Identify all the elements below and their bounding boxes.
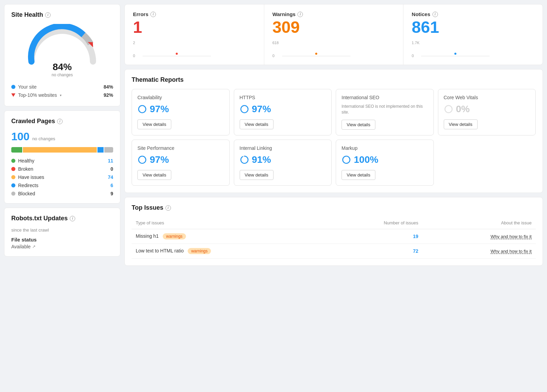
blocked-label: Blocked: [18, 191, 35, 196]
site-health-info-icon[interactable]: i: [45, 12, 51, 18]
notices-sparkline-svg: [421, 41, 490, 58]
blocked-row: Blocked 9: [11, 191, 113, 196]
errors-value: 1: [133, 18, 256, 37]
your-site-value: 84%: [104, 84, 113, 90]
notices-cell: Notices i 861 1.7K 0: [403, 4, 543, 65]
notices-min: 0: [412, 54, 419, 58]
blocked-segment: [104, 147, 113, 153]
warnings-info-icon[interactable]: i: [297, 12, 303, 17]
top-issues-info-icon[interactable]: i: [165, 205, 171, 211]
thematic-reports-card: Thematic Reports Crawlability 97% View d…: [124, 69, 543, 193]
your-site-legend: Your site 84%: [11, 83, 113, 91]
report-score-3: 0%: [444, 104, 530, 115]
report-score-0: 97%: [137, 104, 224, 115]
issue-link-0: Why and how to fix it: [423, 229, 536, 244]
crawled-label: no changes: [32, 136, 55, 141]
svg-point-10: [241, 105, 248, 113]
crawled-pages-title: Crawled Pages: [11, 118, 55, 125]
view-details-btn-0[interactable]: View details: [137, 119, 171, 129]
healthy-value: 11: [108, 158, 113, 164]
report-card-4: Site Performance 97% View details: [132, 140, 230, 186]
issues-segment: [23, 147, 97, 153]
svg-point-8: [139, 105, 146, 113]
issue-badge-0: warnings: [163, 233, 186, 239]
notices-value: 861: [412, 18, 534, 37]
file-status-value: Available ↗: [11, 244, 113, 249]
warnings-sparkline-svg: [282, 41, 350, 58]
report-desc-2: International SEO is not implemented on …: [342, 104, 428, 115]
your-site-label: Your site: [18, 84, 37, 90]
redirects-dot: [11, 183, 15, 187]
issue-row-0: Missing h1 warnings 19 Why and how to fi…: [132, 229, 536, 244]
errors-label: Errors: [133, 11, 148, 17]
view-details-btn-6[interactable]: View details: [342, 170, 375, 180]
notices-info-icon[interactable]: i: [432, 12, 438, 17]
redirects-segment: [97, 147, 104, 153]
robots-info-icon[interactable]: i: [70, 216, 75, 221]
view-details-btn-1[interactable]: View details: [240, 119, 274, 129]
report-score-value-1: 97%: [252, 104, 271, 115]
view-details-btn-3[interactable]: View details: [444, 119, 478, 129]
top-issues-title: Top Issues: [132, 204, 163, 211]
site-health-title: Site Health: [11, 11, 43, 18]
report-score-1: 97%: [240, 104, 326, 115]
notices-max: 1.7K: [412, 41, 419, 45]
svg-point-14: [139, 156, 146, 164]
svg-point-18: [343, 156, 350, 164]
external-link-icon[interactable]: ↗: [32, 244, 36, 249]
top10-chevron[interactable]: ▾: [60, 93, 62, 97]
errors-info-icon[interactable]: i: [150, 12, 156, 17]
your-site-dot: [11, 85, 15, 89]
robots-card: Robots.txt Updates i since the last craw…: [4, 208, 120, 257]
issue-count-1: 72: [324, 244, 422, 259]
top10-value: 92%: [104, 92, 113, 98]
warnings-label: Warnings: [272, 11, 296, 17]
healthy-dot: [11, 159, 15, 163]
fix-link-0[interactable]: Why and how to fix it: [491, 234, 532, 239]
report-circle-0: [137, 104, 147, 114]
view-details-btn-2[interactable]: View details: [342, 120, 375, 130]
issue-count-0: 19: [324, 229, 422, 244]
redirects-value: 6: [110, 183, 113, 188]
issue-row-1: Low text to HTML ratio warnings 72 Why a…: [132, 244, 536, 259]
report-card-6: Markup 100% View details: [336, 140, 434, 186]
broken-row: Broken 0: [11, 166, 113, 172]
top10-label: Top-10% websites: [18, 92, 57, 98]
broken-dot: [11, 167, 15, 171]
report-score-value-6: 100%: [354, 154, 378, 165]
view-details-btn-4[interactable]: View details: [137, 170, 171, 180]
report-score-6: 100%: [342, 154, 428, 165]
issues-tbody: Missing h1 warnings 19 Why and how to fi…: [132, 229, 536, 259]
broken-value: 0: [110, 166, 113, 172]
have-issues-value: 74: [108, 174, 113, 180]
report-title-6: Markup: [342, 145, 428, 151]
report-score-value-5: 91%: [252, 154, 271, 165]
gauge-center: 84% no changes: [52, 62, 73, 77]
broken-label: Broken: [18, 166, 33, 172]
report-score-value-4: 97%: [150, 154, 169, 165]
file-status-label: File status: [11, 237, 113, 243]
have-issues-row: Have issues 74: [11, 174, 113, 180]
gauge-svg: [25, 24, 100, 65]
errors-max: 2: [133, 41, 135, 45]
gauge-subtitle: no changes: [52, 73, 73, 77]
notices-sparkline: 1.7K 0: [412, 41, 534, 58]
col-type: Type of issues: [132, 217, 324, 229]
view-details-btn-5[interactable]: View details: [240, 170, 274, 180]
crawled-pages-info-icon[interactable]: i: [57, 119, 63, 124]
thematic-reports-title: Thematic Reports: [132, 76, 184, 83]
fix-link-1[interactable]: Why and how to fix it: [491, 249, 532, 254]
pages-legend: Healthy 11 Broken 0 Have issues: [11, 158, 113, 196]
crawled-count: 100 no changes: [11, 130, 113, 143]
crawled-num: 100: [11, 130, 29, 143]
svg-point-2: [176, 53, 178, 55]
issue-badge-1: warnings: [188, 248, 211, 254]
report-circle-4: [137, 155, 147, 165]
crawled-progress-bar: [11, 147, 113, 153]
warnings-value: 309: [272, 18, 395, 37]
report-card-3: Core Web Vitals 0% View details: [438, 89, 536, 136]
col-about: About the issue: [423, 217, 536, 229]
report-card-2: International SEOInternational SEO is no…: [336, 89, 434, 136]
top-issues-card: Top Issues i Type of issues Number of is…: [124, 197, 543, 266]
report-circle-5: [240, 155, 249, 165]
